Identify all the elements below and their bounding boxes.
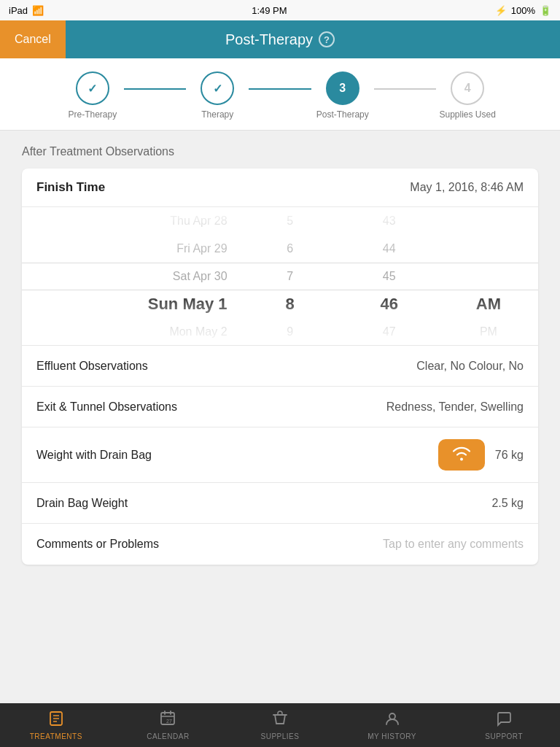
tab-my-history[interactable]: MY HISTORY [336,703,448,747]
history-label: MY HISTORY [368,732,416,740]
wifi-icon [451,445,472,465]
bluetooth-icon: ⚡ [495,5,507,16]
picker-ampm-column[interactable]: AM PM [439,207,538,345]
tab-treatments[interactable]: TREATMENTS [0,703,112,747]
progress-steps: ✓ Pre-Therapy ✓ Therapy 3 Post-Therapy 4… [0,58,560,131]
effluent-observations-label: Effluent Observations [36,360,148,373]
effluent-observations-value: Clear, No Colour, No [416,360,524,373]
step-label-2: Therapy [201,109,233,120]
finish-time-row: Finish Time May 1, 2016, 8:46 AM [22,169,538,207]
picker-minute-item-selected: 46 [340,290,439,318]
weight-drain-bag-value: 76 kg [495,449,524,462]
tab-support[interactable]: SUPPORT [448,703,560,747]
picker-hour-item: 7 [241,263,340,290]
main-content: After Treatment Observations Finish Time… [0,131,560,711]
cancel-button[interactable]: Cancel [0,20,66,58]
support-label: SUPPORT [485,732,523,740]
drain-bag-weight-row[interactable]: Drain Bag Weight 2.5 kg [22,483,538,524]
exit-tunnel-label: Exit & Tunnel Observations [36,400,177,414]
step-label-4: Supplies Used [439,109,495,120]
step-pre-therapy: ✓ Pre-Therapy [61,71,124,120]
step-circle-1[interactable]: ✓ [76,71,109,105]
carrier-label: iPad [9,5,28,16]
comments-placeholder: Tap to enter any comments [383,538,524,551]
comments-row[interactable]: Comments or Problems Tap to enter any co… [22,524,538,565]
connector-3 [374,88,437,90]
picker-minute-item: 43 [340,207,439,235]
tab-calendar[interactable]: 27 CALENDAR [112,703,225,747]
connector-2 [249,88,311,90]
picker-minute-item: 45 [340,263,439,290]
step-circle-3[interactable]: 3 [326,71,359,105]
page-title: Post-Therapy [225,31,313,48]
treatments-label: TREATMENTS [30,732,82,740]
picker-date-item: Thu Apr 28 [22,207,241,235]
svg-point-9 [389,713,395,719]
comments-label: Comments or Problems [36,538,159,551]
step-supplies-used: 4 Supplies Used [436,71,499,120]
picker-ampm-item-pm: PM [439,318,538,345]
weight-drain-bag-label: Weight with Drain Bag [36,449,152,462]
picker-date-item: Mon May 2 [22,318,241,345]
step-circle-2[interactable]: ✓ [201,71,234,105]
history-icon [384,711,400,730]
help-icon[interactable]: ? [319,31,335,47]
picker-hour-item: 5 [241,207,340,235]
treatments-icon [48,711,64,730]
exit-tunnel-row[interactable]: Exit & Tunnel Observations Redness, Tend… [22,387,538,427]
battery-label: 100% [511,5,535,16]
drain-bag-weight-label: Drain Bag Weight [36,497,128,510]
support-icon [496,711,512,730]
finish-time-value: May 1, 2016, 8:46 AM [410,181,524,194]
step-label-1: Pre-Therapy [68,109,117,120]
wifi-sync-button[interactable] [438,439,485,471]
picker-hour-item: 6 [241,235,340,263]
step-post-therapy: 3 Post-Therapy [311,71,374,120]
drain-bag-weight-value: 2.5 kg [491,497,524,510]
status-bar: iPad 📶 1:49 PM ⚡ 100% 🔋 [0,0,560,20]
step-label-3: Post-Therapy [316,109,369,120]
weight-drain-bag-row[interactable]: Weight with Drain Bag 76 kg [22,427,538,483]
picker-date-item-selected: Sun May 1 [22,290,241,318]
picker-date-column[interactable]: Thu Apr 28 Fri Apr 29 Sat Apr 30 Sun May… [22,207,241,345]
datetime-picker[interactable]: Thu Apr 28 Fri Apr 29 Sat Apr 30 Sun May… [22,207,538,346]
step-circle-4[interactable]: 4 [451,71,484,105]
picker-minute-item: 47 [340,318,439,345]
picker-minute-item: 44 [340,235,439,263]
observations-card: Finish Time May 1, 2016, 8:46 AM Thu Apr… [22,169,538,565]
exit-tunnel-value: Redness, Tender, Swelling [386,400,524,414]
picker-date-item: Sat Apr 30 [22,263,241,290]
calendar-label: CALENDAR [147,732,189,740]
finish-time-label: Finish Time [36,180,105,195]
picker-ampm-item-am: AM [439,290,538,318]
picker-hour-item: 9 [241,318,340,345]
step-therapy: ✓ Therapy [186,71,249,120]
battery-icon: 🔋 [540,5,551,16]
section-title: After Treatment Observations [22,145,538,158]
time-label: 1:49 PM [252,5,287,16]
picker-hour-item-selected: 8 [241,290,340,318]
supplies-label: SUPPLIES [261,732,300,740]
svg-text:27: 27 [166,719,172,724]
wifi-status-icon: 📶 [32,5,44,16]
picker-minute-column[interactable]: 43 44 45 46 47 48 49 [340,207,439,345]
tab-supplies[interactable]: SUPPLIES [224,703,336,747]
picker-hour-column[interactable]: 5 6 7 8 9 10 11 [241,207,340,345]
tab-bar: TREATMENTS 27 CALENDAR SUPPLIES [0,703,560,747]
calendar-icon: 27 [160,711,176,730]
effluent-observations-row[interactable]: Effluent Observations Clear, No Colour, … [22,346,538,387]
connector-1 [124,88,187,90]
picker-date-item: Fri Apr 29 [22,235,241,263]
supplies-icon [272,711,288,730]
header: Cancel Post-Therapy ? [0,20,560,58]
